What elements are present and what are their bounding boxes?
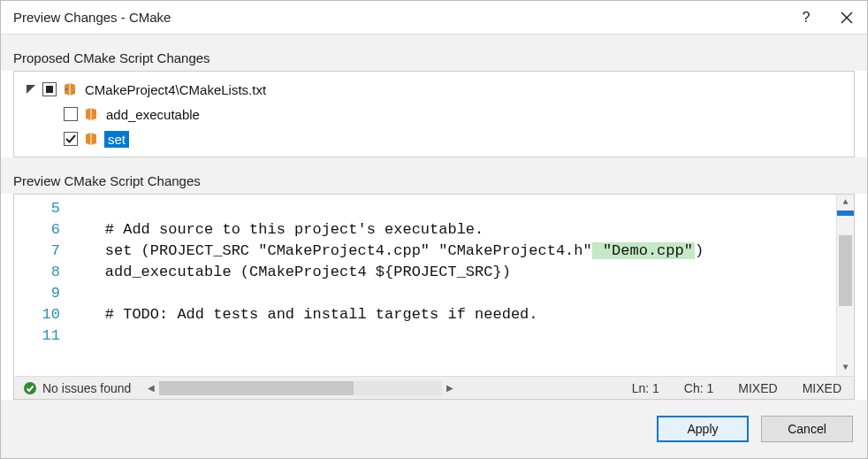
- tree-root-row[interactable]: CMakeProject4\CMakeLists.txt: [14, 77, 854, 102]
- line-number: 10: [14, 304, 60, 325]
- line-number: 7: [14, 241, 60, 262]
- apply-button[interactable]: Apply: [657, 416, 749, 442]
- svg-marker-2: [27, 85, 35, 94]
- code-line: [69, 198, 836, 219]
- svg-point-5: [24, 382, 36, 394]
- svg-point-3: [65, 88, 68, 91]
- hscroll-thumb[interactable]: [159, 381, 354, 395]
- window-title: Preview Changes - CMake: [13, 10, 171, 25]
- checkbox-unchecked[interactable]: [64, 107, 78, 121]
- titlebar: Preview Changes - CMake ?: [1, 1, 867, 34]
- cursor-line: Ln: 1: [620, 381, 672, 395]
- proposed-changes-heading: Proposed CMake Script Changes: [1, 34, 867, 71]
- scroll-marker: [837, 210, 854, 216]
- lineend-mode: MIXED: [790, 381, 854, 395]
- close-button[interactable]: [826, 1, 867, 34]
- window-controls: ?: [786, 1, 867, 34]
- encoding-mode: MIXED: [726, 381, 789, 395]
- cursor-col: Ch: 1: [672, 381, 726, 395]
- collapse-icon[interactable]: [25, 83, 37, 96]
- horizontal-scrollbar[interactable]: ◀ ▶: [140, 381, 619, 395]
- changes-tree: CMakeProject4\CMakeLists.txt add_executa…: [13, 71, 855, 157]
- scroll-thumb[interactable]: [839, 235, 852, 306]
- tree-item-set[interactable]: set: [14, 126, 854, 151]
- issues-text: No issues found: [42, 381, 131, 395]
- code-area: # Add source to this project's executabl…: [69, 195, 836, 376]
- svg-point-4: [72, 91, 75, 94]
- line-number: 6: [14, 219, 60, 241]
- editor-statusbar: No issues found ◀ ▶ Ln: 1 Ch: 1 MIXED MI…: [14, 376, 854, 399]
- cmake-file-icon: [62, 81, 78, 97]
- scroll-track[interactable]: [837, 210, 854, 360]
- code-line: [69, 325, 836, 347]
- tree-item-label: set: [104, 131, 129, 148]
- code-line: set (PROJECT_SRC "CMakeProject4.cpp" "CM…: [69, 241, 836, 262]
- checkbox-checked[interactable]: [64, 132, 78, 146]
- checkbox-indeterminate[interactable]: [42, 82, 57, 96]
- added-text: "Demo.cpp": [592, 242, 695, 259]
- tree-root-label: CMakeProject4\CMakeLists.txt: [83, 82, 268, 97]
- code-line: # TODO: Add tests and install targets if…: [69, 304, 836, 325]
- hscroll-track[interactable]: [159, 381, 442, 395]
- scroll-left-arrow[interactable]: ◀: [143, 383, 159, 393]
- code-line: [69, 283, 836, 304]
- scroll-down-arrow[interactable]: ▼: [837, 360, 854, 376]
- preview-heading: Preview CMake Script Changes: [1, 166, 867, 194]
- vertical-scrollbar[interactable]: ▲ ▼: [836, 195, 854, 376]
- check-circle-icon: [23, 381, 37, 395]
- scroll-right-arrow[interactable]: ▶: [442, 383, 458, 393]
- cmake-node-icon: [83, 131, 99, 147]
- issues-indicator[interactable]: No issues found: [14, 381, 140, 395]
- line-number: 5: [14, 198, 60, 219]
- tree-item-label: add_executable: [104, 107, 202, 122]
- code-editor[interactable]: 567891011 # Add source to this project's…: [14, 195, 854, 376]
- code-line: # Add source to this project's executabl…: [69, 219, 836, 241]
- code-line: add_executable (CMakeProject4 ${PROJECT_…: [69, 262, 836, 283]
- tree-item-add-executable[interactable]: add_executable: [14, 102, 854, 126]
- help-button[interactable]: ?: [786, 1, 826, 34]
- line-number: 11: [14, 325, 60, 347]
- cancel-button[interactable]: Cancel: [761, 416, 853, 442]
- line-gutter: 567891011: [14, 195, 69, 376]
- line-number: 9: [14, 283, 60, 304]
- close-icon: [841, 11, 853, 24]
- dialog-buttons: Apply Cancel: [1, 400, 867, 458]
- cmake-node-icon: [83, 106, 99, 122]
- line-number: 8: [14, 262, 60, 283]
- preview-editor: 567891011 # Add source to this project's…: [13, 194, 855, 400]
- scroll-up-arrow[interactable]: ▲: [837, 195, 854, 210]
